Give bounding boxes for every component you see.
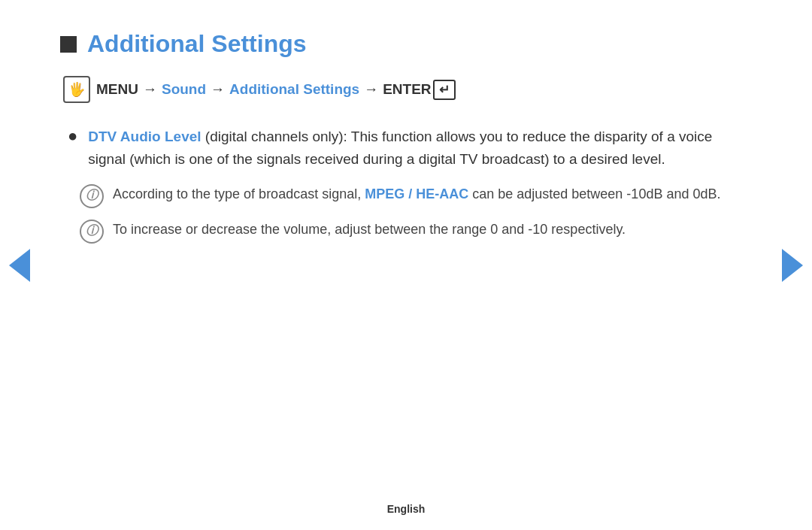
breadcrumb-sound: Sound [162, 81, 206, 98]
content-area: ● DTV Audio Level (digital channels only… [60, 126, 752, 244]
breadcrumb-additional-settings: Additional Settings [229, 81, 359, 98]
nav-arrow-right[interactable] [782, 249, 803, 282]
bullet-text-dtv: DTV Audio Level (digital channels only):… [88, 126, 752, 171]
note1-text-after: can be adjusted between -10dB and 0dB. [468, 186, 720, 201]
section-header: Additional Settings [60, 30, 752, 58]
note1-text-before: According to the type of broadcast signa… [113, 186, 365, 201]
breadcrumb-arrow-2: → [211, 81, 225, 98]
note-item-1: ⓘ According to the type of broadcast sig… [80, 183, 752, 208]
note-icon-1: ⓘ [80, 184, 104, 208]
breadcrumb-arrow-3: → [364, 81, 378, 98]
note1-highlight: MPEG / HE-AAC [365, 186, 468, 201]
breadcrumb-arrow-1: → [143, 81, 157, 98]
enter-label: ENTER [383, 81, 431, 98]
note-items: ⓘ According to the type of broadcast sig… [68, 183, 752, 244]
hand-icon: 🖐 [68, 81, 85, 98]
nav-arrow-left[interactable] [9, 249, 30, 282]
footer-language: English [387, 503, 426, 515]
breadcrumb-enter: ENTER↵ [383, 80, 455, 100]
note-icon-2: ⓘ [80, 220, 104, 244]
note-item-2: ⓘ To increase or decrease the volume, ad… [80, 219, 752, 244]
enter-box: ↵ [433, 80, 456, 100]
section-icon-square [60, 36, 77, 53]
page-container: Additional Settings 🖐 MENU → Sound → Add… [0, 0, 812, 530]
bullet-dot: ● [68, 126, 77, 146]
breadcrumb: 🖐 MENU → Sound → Additional Settings → E… [60, 76, 752, 103]
note-text-2: To increase or decrease the volume, adju… [113, 219, 626, 241]
breadcrumb-menu-label: MENU [96, 81, 138, 98]
dtv-audio-level-label: DTV Audio Level [88, 129, 201, 144]
note-text-1: According to the type of broadcast signa… [113, 183, 720, 205]
menu-icon: 🖐 [63, 76, 90, 103]
bullet-item-dtv: ● DTV Audio Level (digital channels only… [68, 126, 752, 171]
page-title: Additional Settings [87, 30, 307, 58]
